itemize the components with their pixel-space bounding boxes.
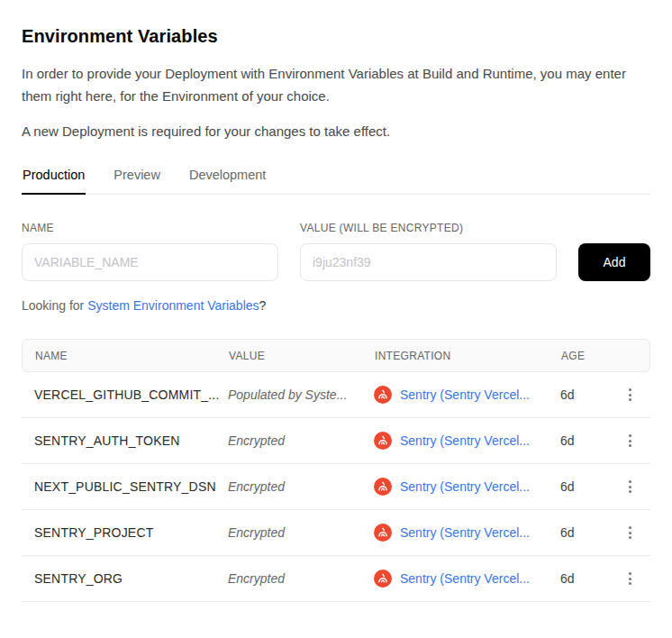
environment-tabs: Production Preview Development — [22, 164, 650, 195]
table-row: SENTRY_ORG Encrypted Sentry (Sentry Verc… — [22, 556, 650, 602]
hint-suffix-text: ? — [259, 298, 267, 313]
tab-preview[interactable]: Preview — [113, 164, 161, 195]
integration-link[interactable]: Sentry (Sentry Vercel... — [400, 525, 530, 540]
variable-value-cell: Encrypted — [228, 433, 374, 448]
tab-development[interactable]: Development — [188, 164, 267, 195]
table-row: NEXT_PUBLIC_SENTRY_DSN Encrypted Sentry … — [22, 464, 650, 510]
redeploy-notice-text: A new Deployment is required for your ch… — [22, 120, 650, 142]
value-field-label: VALUE (WILL BE ENCRYPTED) — [300, 222, 557, 234]
environment-variables-panel: Environment Variables In order to provid… — [0, 0, 672, 624]
column-header-integration: INTEGRATION — [375, 350, 561, 362]
env-variables-table: NAME VALUE INTEGRATION AGE VERCEL_GITHUB… — [22, 339, 650, 602]
add-button[interactable]: Add — [578, 243, 650, 281]
add-variable-form: NAME VALUE (WILL BE ENCRYPTED) Add — [22, 222, 650, 281]
row-menu-button[interactable] — [623, 429, 637, 452]
description-text: In order to provide your Deployment with… — [22, 62, 650, 107]
integration-link[interactable]: Sentry (Sentry Vercel... — [400, 387, 530, 402]
integration-link[interactable]: Sentry (Sentry Vercel... — [400, 433, 530, 448]
sentry-icon — [374, 478, 392, 496]
variable-name-input[interactable] — [22, 243, 278, 281]
variable-value-cell: Encrypted — [228, 525, 374, 540]
integration-cell: Sentry (Sentry Vercel... — [374, 570, 560, 588]
table-row: VERCEL_GITHUB_COMMIT_... Populated by Sy… — [22, 372, 650, 418]
row-menu-button[interactable] — [623, 383, 637, 406]
variable-name-cell: NEXT_PUBLIC_SENTRY_DSN — [34, 479, 228, 494]
variable-value-cell: Populated by Syste... — [228, 387, 374, 402]
name-field-group: NAME — [22, 222, 278, 281]
sentry-icon — [374, 432, 392, 450]
variable-value-cell: Encrypted — [228, 571, 374, 586]
variable-value-input[interactable] — [300, 243, 557, 281]
age-cell: 6d — [560, 479, 609, 494]
variable-name-cell: VERCEL_GITHUB_COMMIT_... — [34, 387, 228, 402]
age-cell: 6d — [560, 433, 609, 448]
column-header-name: NAME — [35, 350, 229, 362]
name-field-label: NAME — [22, 222, 278, 234]
system-environment-variables-link[interactable]: System Environment Variables — [87, 298, 259, 313]
integration-cell: Sentry (Sentry Vercel... — [374, 386, 560, 404]
env-table-body: VERCEL_GITHUB_COMMIT_... Populated by Sy… — [22, 372, 650, 602]
page-title: Environment Variables — [22, 26, 650, 47]
integration-link[interactable]: Sentry (Sentry Vercel... — [400, 479, 530, 494]
column-header-value: VALUE — [229, 350, 375, 362]
variable-name-cell: SENTRY_ORG — [34, 571, 228, 586]
age-cell: 6d — [560, 571, 609, 586]
variable-value-cell: Encrypted — [228, 479, 374, 494]
value-field-group: VALUE (WILL BE ENCRYPTED) — [300, 222, 557, 281]
table-header-row: NAME VALUE INTEGRATION AGE — [22, 339, 650, 372]
row-menu-button[interactable] — [623, 475, 637, 498]
row-menu-button[interactable] — [623, 567, 637, 590]
table-row: SENTRY_PROJECT Encrypted Sentry (Sentry … — [22, 510, 650, 556]
hint-prefix-text: Looking for — [22, 298, 87, 313]
sentry-icon — [374, 524, 392, 542]
integration-cell: Sentry (Sentry Vercel... — [374, 432, 560, 450]
age-cell: 6d — [560, 387, 609, 402]
integration-cell: Sentry (Sentry Vercel... — [374, 478, 560, 496]
system-env-hint: Looking for System Environment Variables… — [22, 298, 650, 313]
integration-cell: Sentry (Sentry Vercel... — [374, 524, 560, 542]
integration-link[interactable]: Sentry (Sentry Vercel... — [400, 571, 530, 586]
variable-name-cell: SENTRY_PROJECT — [34, 525, 228, 540]
tab-production[interactable]: Production — [22, 164, 86, 195]
column-header-age: AGE — [561, 350, 610, 362]
age-cell: 6d — [560, 525, 609, 540]
sentry-icon — [374, 570, 392, 588]
variable-name-cell: SENTRY_AUTH_TOKEN — [34, 433, 228, 448]
table-row: SENTRY_AUTH_TOKEN Encrypted Sentry (Sent… — [22, 418, 650, 464]
row-menu-button[interactable] — [623, 521, 637, 544]
sentry-icon — [374, 386, 392, 404]
